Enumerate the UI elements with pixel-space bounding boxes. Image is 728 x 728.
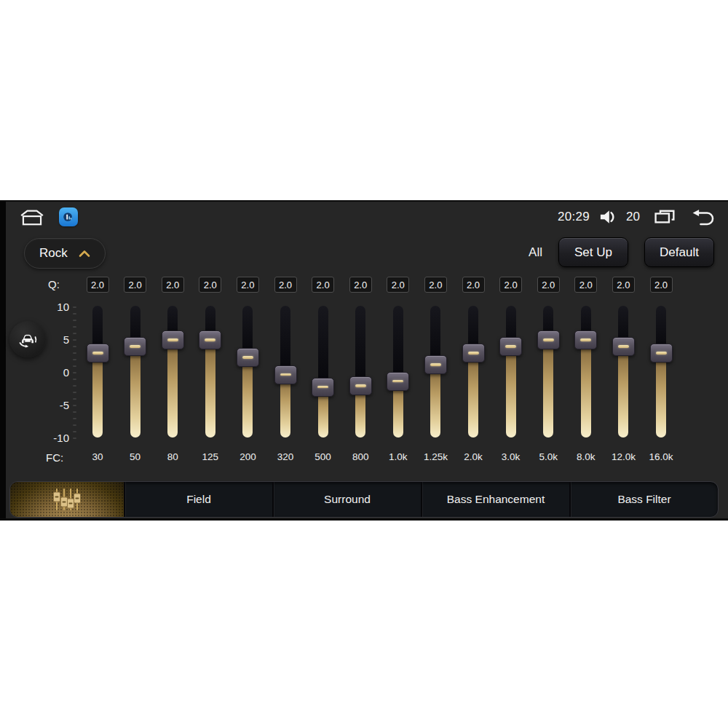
- status-bar-left: [18, 207, 78, 226]
- slider-track-lower: [656, 353, 666, 438]
- gain-axis-tick: [73, 411, 76, 413]
- slider-handle[interactable]: [237, 348, 259, 367]
- gain-axis-tick: [73, 385, 76, 387]
- volume-icon[interactable]: [599, 209, 617, 225]
- slider-track[interactable]: [581, 306, 591, 438]
- slider-handle[interactable]: [387, 372, 409, 391]
- slider-track-upper: [355, 306, 365, 386]
- all-toggle[interactable]: All: [529, 245, 542, 260]
- sound-position-button[interactable]: [9, 321, 46, 357]
- gain-axis-tick: [73, 313, 76, 314]
- tab-field[interactable]: Field: [124, 482, 272, 517]
- gain-axis-tick: [73, 438, 76, 439]
- gain-axis-label: 10: [41, 301, 69, 313]
- q-value-box: 2.0: [237, 277, 259, 293]
- tab-bass-filter[interactable]: Bass Filter: [569, 482, 718, 517]
- slider-track-lower: [205, 340, 215, 438]
- gain-axis-tick: [73, 418, 76, 419]
- car-icon: [16, 328, 39, 351]
- fc-frequency-label: 200: [229, 451, 266, 462]
- fc-frequency-label: 500: [304, 451, 342, 462]
- slider-track-lower: [581, 340, 591, 438]
- slider-handle[interactable]: [499, 337, 522, 356]
- slider-track[interactable]: [318, 306, 328, 438]
- slider-handle[interactable]: [87, 344, 109, 363]
- tab-bass-enhancement[interactable]: Bass Enhancement: [421, 482, 569, 517]
- music-app-icon[interactable]: [59, 207, 78, 226]
- slider-handle[interactable]: [612, 337, 635, 356]
- tab-label: Bass Enhancement: [447, 493, 545, 506]
- slider-track-lower: [92, 353, 103, 438]
- fc-frequency-label: 125: [191, 451, 229, 462]
- slider-track-upper: [318, 306, 328, 387]
- q-value-box: 2.0: [124, 277, 146, 293]
- gain-axis-tick: [73, 326, 76, 328]
- slider-track[interactable]: [205, 306, 215, 438]
- slider-handle[interactable]: [424, 355, 447, 374]
- screen-left-bezel: [0, 202, 6, 518]
- slider-track-lower: [543, 340, 553, 438]
- q-value-box: 2.0: [387, 277, 409, 293]
- slider-track-lower: [618, 347, 628, 438]
- gain-axis-tick: [73, 306, 76, 308]
- slider-handle[interactable]: [312, 378, 334, 397]
- slider-track[interactable]: [130, 306, 141, 438]
- slider-track[interactable]: [506, 306, 516, 438]
- slider-track[interactable]: [618, 306, 628, 438]
- slider-track-lower: [242, 357, 253, 438]
- slider-track-upper: [280, 306, 290, 375]
- fc-frequency-label: 320: [266, 451, 304, 462]
- q-row-label: Q:: [48, 278, 60, 290]
- q-value-box: 2.0: [274, 277, 297, 293]
- gain-axis-label: 0: [41, 366, 69, 379]
- fc-frequency-label: 30: [79, 451, 116, 462]
- slider-handle[interactable]: [537, 331, 560, 349]
- fc-frequency-label: 1.25k: [416, 451, 454, 462]
- slider-track[interactable]: [656, 306, 666, 438]
- slider-track[interactable]: [355, 306, 365, 438]
- slider-track-lower: [130, 347, 141, 438]
- gain-axis-tick: [73, 431, 76, 432]
- gain-axis-tick: [73, 392, 76, 393]
- slider-track[interactable]: [468, 306, 478, 438]
- back-icon[interactable]: [690, 207, 716, 226]
- fc-row-label: FC:: [46, 451, 63, 464]
- recent-apps-icon[interactable]: [652, 208, 676, 226]
- tab-surround[interactable]: Surround: [272, 482, 421, 517]
- fc-frequency-label: 80: [154, 451, 191, 462]
- q-value-box: 2.0: [349, 277, 372, 293]
- slider-handle[interactable]: [574, 331, 597, 349]
- tab-equalizer[interactable]: [10, 482, 124, 517]
- slider-track-lower: [506, 347, 516, 438]
- default-button[interactable]: Default: [644, 237, 714, 267]
- slider-track-lower: [468, 353, 478, 438]
- slider-track[interactable]: [167, 306, 178, 438]
- gain-axis-tick: [73, 405, 76, 406]
- fc-frequency-label: 800: [341, 451, 379, 462]
- gain-axis-label: -5: [41, 399, 69, 411]
- gain-axis-tick: [73, 339, 76, 341]
- slider-handle[interactable]: [162, 331, 184, 349]
- gain-axis-tick: [73, 424, 76, 426]
- slider-handle[interactable]: [124, 337, 146, 356]
- slider-handle[interactable]: [274, 365, 297, 384]
- gain-axis-tick: [73, 398, 76, 400]
- fc-frequency-label: 3.0k: [492, 451, 530, 462]
- slider-track[interactable]: [92, 306, 103, 438]
- slider-track-lower: [167, 340, 178, 438]
- slider-track[interactable]: [543, 306, 553, 438]
- q-value-box: 2.0: [499, 277, 522, 293]
- gain-axis-tick: [73, 346, 76, 347]
- header-actions: All Set Up Default: [529, 237, 714, 267]
- equalizer-sliders-icon: [50, 487, 84, 512]
- home-icon[interactable]: [18, 207, 46, 226]
- slider-track[interactable]: [242, 306, 253, 438]
- slider-handle[interactable]: [199, 331, 221, 349]
- slider-handle[interactable]: [650, 344, 673, 363]
- preset-dropdown[interactable]: Rock: [24, 238, 106, 269]
- slider-handle[interactable]: [462, 344, 485, 363]
- gain-axis-tick: [73, 352, 76, 354]
- setup-button[interactable]: Set Up: [558, 237, 628, 267]
- slider-handle[interactable]: [349, 376, 372, 395]
- status-bar-right: 20:29 20: [558, 207, 716, 227]
